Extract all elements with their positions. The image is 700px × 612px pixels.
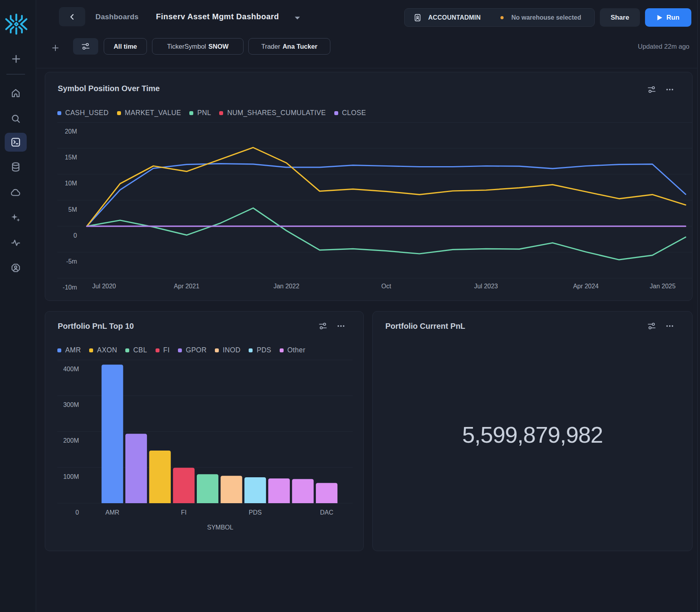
filter-prefix: TickerSymbol	[167, 43, 206, 50]
x-axis-label: Jul 2020	[92, 283, 116, 290]
x-axis-label: FI	[181, 509, 187, 516]
sidebar-item-search[interactable]	[5, 109, 27, 128]
y-axis-label: 100M	[63, 473, 79, 480]
filter-value: Ana Tucker	[282, 43, 317, 50]
sparkles-icon	[10, 212, 21, 223]
x-axis-label: PDS	[249, 509, 262, 516]
search-icon	[10, 113, 21, 124]
back-button[interactable]	[59, 7, 85, 26]
x-axis-label: Jul 2023	[474, 283, 498, 290]
header-divider	[36, 68, 697, 68]
panel-portfolio-pnl-top10: Portfolio PnL Top 10 AMRAXONCBLFIGPORINO…	[45, 311, 364, 551]
updated-timestamp: Updated 22m ago	[638, 38, 689, 55]
bar-Other-8[interactable]	[292, 479, 313, 503]
terminal-icon	[10, 137, 21, 148]
x-axis-label: Oct	[381, 283, 391, 290]
series-PNL[interactable]	[87, 208, 685, 260]
filter-chip-ticker-symbol[interactable]: TickerSymbolSNOW	[152, 38, 244, 55]
sidebar-new-icon[interactable]	[11, 53, 22, 64]
dashboard-title[interactable]: Finserv Asset Mgmt Dashboard	[156, 7, 279, 26]
home-icon	[10, 88, 21, 99]
x-axis-label: AMR	[105, 509, 119, 516]
ellipsis-icon[interactable]	[665, 322, 674, 330]
filter-chip-time-range[interactable]: All time	[104, 38, 147, 55]
bar-AMR-0[interactable]	[102, 365, 123, 503]
sidebar-item-home[interactable]	[5, 84, 27, 103]
bar-INOD-5[interactable]	[221, 476, 242, 503]
role-name: ACCOUNTADMIN	[428, 14, 481, 21]
role-badge-icon	[413, 13, 422, 22]
x-axis-label: Apr 2021	[174, 283, 200, 290]
share-button[interactable]: Share	[600, 8, 640, 27]
y-axis-label: -5m	[66, 258, 77, 265]
chevron-left-icon	[68, 13, 77, 21]
database-icon	[10, 161, 21, 172]
sliders-icon[interactable]	[647, 322, 656, 330]
bar-CBL-4[interactable]	[197, 474, 218, 503]
bar-Other-9[interactable]	[316, 483, 337, 503]
run-button[interactable]: Run	[645, 8, 691, 27]
y-axis-label: 200M	[63, 437, 79, 444]
sidebar-item-data[interactable]	[5, 158, 27, 176]
filter-value: SNOW	[208, 43, 228, 50]
filter-chip-trader[interactable]: TraderAna Tucker	[248, 38, 330, 55]
x-axis-label: Apr 2024	[573, 283, 599, 290]
snowflake-logo-icon[interactable]	[5, 13, 27, 35]
bar-GPOR-1[interactable]	[125, 434, 147, 503]
line-chart[interactable]: 20M15M10M5M0-5m-10mJul 2020Apr 2021Jan 2…	[45, 72, 693, 301]
sidebar-item-projects[interactable]	[5, 133, 27, 152]
snowsight-dashboard: Dashboards Finserv Asset Mgmt Dashboard …	[0, 0, 700, 612]
y-axis-label: 15M	[65, 154, 77, 161]
x-axis-label: Jan 2022	[273, 283, 299, 290]
warehouse-status: No warehouse selected	[511, 14, 581, 21]
y-axis-label: 5M	[68, 206, 77, 213]
add-tile-icon[interactable]	[51, 44, 60, 52]
warehouse-warning-dot	[500, 16, 504, 19]
sidebar-divider	[6, 74, 25, 75]
run-label: Run	[666, 14, 679, 22]
sidebar-item-ai-ml[interactable]	[5, 208, 27, 227]
y-axis-label: 400M	[63, 366, 79, 372]
series-MARKET_VALUE[interactable]	[87, 148, 685, 226]
sidebar-item-monitoring[interactable]	[5, 233, 27, 252]
y-axis-label: 10M	[65, 180, 77, 187]
scroll-gutter	[697, 0, 698, 612]
panel-portfolio-current-pnl: Portfolio Current PnL 5,599,879,982	[372, 311, 693, 551]
bar-Other-7[interactable]	[268, 478, 290, 503]
breadcrumb-dashboards[interactable]: Dashboards	[95, 7, 139, 26]
bar-FI-3[interactable]	[173, 468, 194, 503]
y-axis-label: -10m	[63, 284, 77, 291]
x-axis-label: DAC	[320, 509, 334, 516]
bar-AXON-2[interactable]	[149, 451, 171, 503]
bar-chart[interactable]: 400M300M200M100M0AMRFIPDSDACSYMBOL	[45, 311, 364, 552]
x-axis-label: Jan 2025	[650, 283, 676, 290]
filter-sliders-icon	[81, 42, 90, 51]
play-icon	[657, 15, 663, 21]
sidebar-item-data-products[interactable]	[5, 183, 27, 202]
context-selector[interactable]: ACCOUNTADMIN No warehouse selected	[404, 8, 595, 27]
panel-title: Portfolio Current PnL	[385, 322, 465, 331]
kpi-value: 5,599,879,982	[373, 423, 692, 447]
series-CASH_USED[interactable]	[87, 164, 685, 226]
cloud-icon	[10, 187, 21, 198]
filter-prefix: Trader	[261, 43, 280, 50]
x-axis-title: SYMBOL	[207, 524, 233, 531]
activity-icon	[10, 237, 21, 248]
y-axis-label: 20M	[65, 128, 77, 135]
panel-symbol-position: Symbol Position Over Time CASH_USEDMARKE…	[45, 72, 693, 301]
bar-PDS-6[interactable]	[244, 477, 266, 503]
title-caret-down-icon[interactable]	[295, 8, 300, 27]
sidebar	[0, 0, 36, 612]
governance-icon	[10, 262, 21, 273]
sidebar-item-governance[interactable]	[5, 258, 27, 277]
y-axis-label: 0	[73, 232, 77, 239]
y-axis-label: 0	[75, 509, 79, 516]
filters-button[interactable]	[73, 38, 98, 55]
y-axis-label: 300M	[63, 401, 79, 408]
filter-value: All time	[114, 43, 137, 50]
